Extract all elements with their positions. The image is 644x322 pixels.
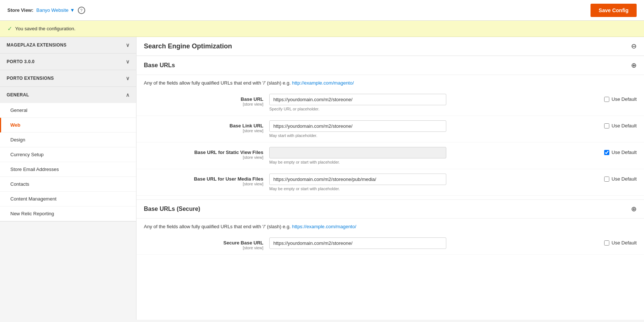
form-input-col-secure-base-url bbox=[269, 237, 600, 249]
form-label-col-base-link-url: Base Link URL[store view] bbox=[144, 120, 269, 133]
form-input-base-link-url[interactable] bbox=[269, 120, 446, 132]
form-input-col-base-url-media: May be empty or start with placeholder. bbox=[269, 174, 600, 191]
base-urls-secure-toggle-icon[interactable]: ⊕ bbox=[631, 205, 637, 213]
sidebar-item-contacts[interactable]: Contacts bbox=[0, 177, 136, 192]
base-urls-toggle-icon[interactable]: ⊕ bbox=[631, 61, 637, 69]
seo-toggle-icon[interactable]: ⊖ bbox=[631, 42, 637, 50]
form-hint-base-url-media: May be empty or start with placeholder. bbox=[269, 186, 600, 191]
use-default-col-base-url: Use Default bbox=[600, 94, 637, 102]
header-left: Store View: Banyo Website ▼ ? bbox=[7, 7, 85, 14]
success-message-text: You saved the configuration. bbox=[15, 26, 76, 31]
form-row-base-link-url: Base Link URL[store view]May start with … bbox=[136, 116, 644, 143]
use-default-label-secure-base-url: Use Default bbox=[612, 240, 637, 246]
base-url-fields: Base URL[store view]Specify URL or place… bbox=[136, 89, 644, 196]
form-row-base-url-media: Base URL for User Media Files[store view… bbox=[136, 169, 644, 196]
use-default-col-base-url-static: Use Default bbox=[600, 147, 637, 155]
base-urls-secure-example-link[interactable]: https://example.com/magento/ bbox=[292, 224, 356, 229]
help-icon[interactable]: ? bbox=[78, 7, 85, 14]
base-urls-secure-title: Base URLs (Secure) bbox=[144, 206, 200, 212]
form-label-col-secure-base-url: Secure Base URL[store view] bbox=[144, 237, 269, 250]
use-default-checkbox-base-link-url[interactable] bbox=[604, 123, 609, 129]
base-urls-description: Any of the fields allow fully qualified … bbox=[136, 75, 644, 89]
form-sublabel-base-url-static: [store view] bbox=[144, 155, 263, 160]
sidebar-section-mageplaza-extensions: MAGEPLAZA EXTENSIONS∨ bbox=[0, 37, 136, 54]
form-label-col-base-url-static: Base URL for Static View Files[store vie… bbox=[144, 147, 269, 160]
form-label-col-base-url-media: Base URL for User Media Files[store view… bbox=[144, 174, 269, 186]
use-default-checkbox-base-url-static[interactable] bbox=[604, 150, 609, 155]
sidebar-item-content-management[interactable]: Content Management bbox=[0, 192, 136, 206]
sidebar: MAGEPLAZA EXTENSIONS∨PORTO 3.0.0∨PORTO E… bbox=[0, 37, 136, 320]
sidebar-item-currency-setup[interactable]: Currency Setup bbox=[0, 147, 136, 162]
form-input-col-base-url: Specify URL or placeholder. bbox=[269, 94, 600, 111]
base-urls-title: Base URLs bbox=[144, 62, 175, 69]
sidebar-section-header-porto-extensions[interactable]: PORTO EXTENSIONS∨ bbox=[0, 70, 136, 86]
form-label-base-url-static: Base URL for Static View Files bbox=[144, 150, 263, 155]
sidebar-chevron-porto-extensions: ∨ bbox=[126, 75, 129, 81]
use-default-col-base-url-media: Use Default bbox=[600, 174, 637, 182]
form-hint-base-url-static: May be empty or start with placeholder. bbox=[269, 160, 600, 164]
sidebar-chevron-general: ∧ bbox=[126, 92, 129, 98]
use-default-label-base-link-url: Use Default bbox=[612, 123, 637, 129]
use-default-label-base-url: Use Default bbox=[612, 96, 637, 102]
use-default-checkbox-base-url-media[interactable] bbox=[604, 177, 609, 182]
sidebar-chevron-porto-300: ∨ bbox=[126, 59, 129, 65]
form-hint-base-link-url: May start with placeholder. bbox=[269, 133, 600, 138]
form-hint-base-url: Specify URL or placeholder. bbox=[269, 107, 600, 111]
form-sublabel-base-link-url: [store view] bbox=[144, 129, 263, 133]
sidebar-section-label-porto-300: PORTO 3.0.0 bbox=[7, 59, 35, 64]
form-sublabel-base-url: [store view] bbox=[144, 102, 263, 106]
form-label-secure-base-url: Secure Base URL bbox=[144, 240, 263, 246]
sidebar-section-header-porto-300[interactable]: PORTO 3.0.0∨ bbox=[0, 54, 136, 70]
header: Store View: Banyo Website ▼ ? Save Confi… bbox=[0, 0, 644, 21]
sidebar-section-label-general: GENERAL bbox=[7, 92, 29, 97]
base-urls-secure-section-header[interactable]: Base URLs (Secure) ⊕ bbox=[136, 199, 644, 219]
use-default-col-base-link-url: Use Default bbox=[600, 120, 637, 129]
use-default-label-base-url-static: Use Default bbox=[612, 150, 637, 155]
save-config-button[interactable]: Save Config bbox=[591, 4, 637, 17]
base-urls-section-header[interactable]: Base URLs ⊕ bbox=[136, 56, 644, 75]
base-urls-example-link[interactable]: http://example.com/magento/ bbox=[292, 80, 354, 86]
form-sublabel-secure-base-url: [store view] bbox=[144, 246, 263, 250]
seo-section-header[interactable]: Search Engine Optimization ⊖ bbox=[136, 37, 644, 56]
store-view-label: Store View: bbox=[7, 7, 34, 13]
sidebar-section-porto-300: PORTO 3.0.0∨ bbox=[0, 54, 136, 70]
sidebar-section-label-porto-extensions: PORTO EXTENSIONS bbox=[7, 76, 54, 81]
sidebar-section-header-general[interactable]: GENERAL∧ bbox=[0, 87, 136, 103]
form-input-base-url-media[interactable] bbox=[269, 174, 446, 185]
form-label-base-url-media: Base URL for User Media Files bbox=[144, 176, 263, 182]
sidebar-item-web[interactable]: Web bbox=[0, 118, 136, 133]
sidebar-item-new-relic-reporting[interactable]: New Relic Reporting bbox=[0, 206, 136, 221]
form-row-secure-base-url: Secure Base URL[store view]Use Default bbox=[136, 233, 644, 255]
success-message-bar: ✓ You saved the configuration. bbox=[0, 21, 644, 37]
chevron-down-icon: ▼ bbox=[70, 7, 75, 13]
sidebar-section-header-mageplaza-extensions[interactable]: MAGEPLAZA EXTENSIONS∨ bbox=[0, 37, 136, 53]
form-input-col-base-link-url: May start with placeholder. bbox=[269, 120, 600, 138]
secure-base-url-fields: Secure Base URL[store view]Use Default bbox=[136, 233, 644, 255]
use-default-checkbox-base-url[interactable] bbox=[604, 97, 609, 102]
sidebar-item-design[interactable]: Design bbox=[0, 133, 136, 147]
base-urls-secure-description: Any of the fields allow fully qualified … bbox=[136, 219, 644, 233]
form-row-base-url: Base URL[store view]Specify URL or place… bbox=[136, 89, 644, 116]
use-default-checkbox-secure-base-url[interactable] bbox=[604, 240, 609, 246]
main-content: Search Engine Optimization ⊖ Base URLs ⊕… bbox=[136, 37, 644, 320]
sidebar-chevron-mageplaza-extensions: ∨ bbox=[126, 42, 129, 48]
seo-section-title: Search Engine Optimization bbox=[144, 42, 232, 50]
form-label-base-link-url: Base Link URL bbox=[144, 123, 263, 129]
form-input-col-base-url-static: May be empty or start with placeholder. bbox=[269, 147, 600, 164]
page-layout: MAGEPLAZA EXTENSIONS∨PORTO 3.0.0∨PORTO E… bbox=[0, 37, 644, 320]
use-default-col-secure-base-url: Use Default bbox=[600, 237, 637, 246]
form-input-secure-base-url[interactable] bbox=[269, 237, 446, 249]
form-input-base-url-static[interactable] bbox=[269, 147, 446, 158]
form-input-base-url[interactable] bbox=[269, 94, 446, 105]
sidebar-item-general[interactable]: General bbox=[0, 103, 136, 118]
sidebar-section-general: GENERAL∧GeneralWebDesignCurrency SetupSt… bbox=[0, 87, 136, 222]
sidebar-section-label-mageplaza-extensions: MAGEPLAZA EXTENSIONS bbox=[7, 42, 66, 48]
form-sublabel-base-url-media: [store view] bbox=[144, 182, 263, 186]
success-check-icon: ✓ bbox=[7, 25, 12, 32]
form-row-base-url-static: Base URL for Static View Files[store vie… bbox=[136, 143, 644, 169]
sidebar-item-store-email-addresses[interactable]: Store Email Addresses bbox=[0, 162, 136, 177]
form-label-base-url: Base URL bbox=[144, 96, 263, 102]
use-default-label-base-url-media: Use Default bbox=[612, 176, 637, 182]
sidebar-section-porto-extensions: PORTO EXTENSIONS∨ bbox=[0, 70, 136, 87]
store-view-dropdown[interactable]: Banyo Website ▼ bbox=[37, 7, 75, 13]
